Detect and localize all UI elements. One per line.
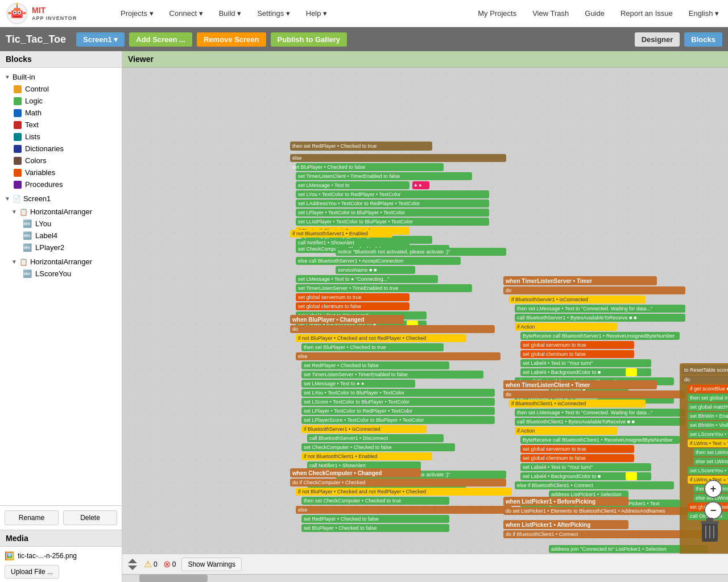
main-layout: Blocks ▼ Built-in Control Logic bbox=[0, 51, 728, 582]
lyou-item[interactable]: 🔤 LYou bbox=[18, 218, 122, 230]
svg-text:set BlnWin • Visible to true: set BlnWin • Visible to true bbox=[690, 422, 728, 428]
svg-rect-238 bbox=[706, 518, 713, 522]
svg-text:set LScore • TextColor to BluP: set LScore • TextColor to BluPlayer • Te… bbox=[304, 399, 410, 405]
viewer-canvas[interactable]: then set RedPlayer • Checked to true els… bbox=[122, 68, 728, 554]
media-content: 🖼️ tic-tac-...-n-256.png Upload File ... bbox=[0, 547, 122, 582]
svg-text:notice "Bluetooth not activate: notice "Bluetooth not activated, please … bbox=[338, 249, 450, 255]
lyou-label: LYou bbox=[35, 219, 51, 228]
upload-file-button[interactable]: Upload File ... bbox=[5, 565, 59, 579]
svg-text:set LPlayer • TextColor to Blu: set LPlayer • TextColor to BluPlayer • T… bbox=[298, 210, 405, 215]
block-item-control[interactable]: Control bbox=[9, 83, 122, 95]
show-warnings-button[interactable]: Show Warnings bbox=[181, 558, 242, 571]
builtin-section-header[interactable]: ▼ Built-in bbox=[0, 71, 122, 83]
svg-text:then set CheckComputer • Check: then set CheckComputer • Checked to true bbox=[304, 498, 401, 504]
screen1-children: ▼ 📋 HorizontalArranger 🔤 LYou 🔤 La bbox=[0, 205, 122, 281]
zoom-controls: + − bbox=[704, 480, 722, 519]
ha1-folder-icon: 📋 bbox=[19, 208, 28, 216]
svg-point-9 bbox=[16, 3, 18, 5]
block-item-math[interactable]: Math bbox=[9, 107, 122, 119]
svg-text:set global clientnum to false: set global clientnum to false bbox=[298, 304, 361, 309]
svg-marker-243 bbox=[128, 566, 137, 570]
svg-text:set LMessage • Text to ● "Conn: set LMessage • Text to ● "Connecting..." bbox=[298, 276, 389, 282]
ha1-header[interactable]: ▼ 📋 HorizontalArranger bbox=[9, 206, 122, 218]
rename-button[interactable]: Rename bbox=[5, 510, 59, 525]
svg-text:then set BluPlayer • Checked t: then set BluPlayer • Checked to true bbox=[304, 344, 386, 350]
block-item-dictionaries[interactable]: Dictionaries bbox=[9, 143, 122, 155]
remove-screen-button[interactable]: Remove Screen bbox=[197, 32, 266, 47]
screen1-button[interactable]: Screen1 ▾ bbox=[76, 32, 125, 47]
nav-my-projects[interactable]: My Projects bbox=[474, 7, 520, 20]
svg-text:set LYou • TextColor to RedPla: set LYou • TextColor to RedPlayer • Text… bbox=[298, 192, 401, 197]
lyou-icon: 🔤 bbox=[23, 219, 32, 228]
sidebar-buttons: Rename Delete bbox=[0, 505, 122, 530]
builtin-children: Control Logic Math Text bbox=[0, 83, 122, 190]
math-color bbox=[14, 109, 22, 117]
block-item-lists[interactable]: Lists bbox=[9, 131, 122, 143]
designer-button[interactable]: Designer bbox=[635, 32, 680, 47]
svg-text:do if CheckComputer • Checked: do if CheckComputer • Checked bbox=[292, 480, 365, 485]
svg-text:if not BluetoothClient1 • Enab: if not BluetoothClient1 • Enabled bbox=[304, 454, 377, 459]
zoom-in-button[interactable]: + bbox=[704, 480, 722, 498]
nav-help[interactable]: Help ▾ bbox=[303, 7, 330, 20]
svg-text:call BluetoothClient1 • BytesA: call BluetoothClient1 • BytesAvailableTo… bbox=[517, 419, 635, 425]
block-item-logic[interactable]: Logic bbox=[9, 95, 122, 107]
blocks-header: Blocks bbox=[0, 51, 122, 68]
lplayer2-icon: 🔤 bbox=[23, 243, 32, 252]
screen1-toggle-icon: ▼ bbox=[5, 196, 10, 202]
publish-to-gallery-button[interactable]: Publish to Gallery bbox=[271, 32, 348, 47]
svg-text:else: else bbox=[298, 507, 308, 513]
nav-build[interactable]: Build ▾ bbox=[216, 7, 245, 20]
nav-language[interactable]: English ▾ bbox=[685, 7, 722, 20]
svg-text:set global servernum to true: set global servernum to true bbox=[298, 294, 362, 300]
block-item-procedures[interactable]: Procedures bbox=[9, 178, 122, 190]
block-item-colors[interactable]: Colors bbox=[9, 155, 122, 167]
svg-text:else: else bbox=[298, 354, 308, 359]
nav-settings[interactable]: Settings ▾ bbox=[254, 7, 293, 20]
ha2-header[interactable]: ▼ 📋 HorizontalArranger bbox=[9, 256, 122, 268]
svg-text:else if BluetoothClient1 • Con: else if BluetoothClient1 • Connect bbox=[517, 483, 593, 488]
blocks-button[interactable]: Blocks bbox=[684, 32, 722, 47]
logic-label: Logic bbox=[25, 97, 43, 105]
svg-text:call BluetoothServer1 • BytesA: call BluetoothServer1 • BytesAvailableTo… bbox=[517, 315, 636, 321]
svg-text:set LAddressYou • TextColor to: set LAddressYou • TextColor to RedPlayer… bbox=[298, 201, 420, 206]
scrollbar-thumb[interactable] bbox=[139, 575, 208, 582]
blocks-tree: ▼ Built-in Control Logic Math bbox=[0, 68, 122, 505]
ha2-children: 🔤 LScoreYou bbox=[9, 268, 122, 280]
svg-rect-66 bbox=[290, 325, 495, 333]
horizontal-scrollbar[interactable] bbox=[122, 574, 728, 582]
nav-report-issue[interactable]: Report an Issue bbox=[617, 7, 676, 20]
block-item-text[interactable]: Text bbox=[9, 119, 122, 131]
block-item-variables[interactable]: Variables bbox=[9, 167, 122, 178]
lscoreyou-item[interactable]: 🔤 LScoreYou bbox=[18, 268, 122, 280]
add-screen-button[interactable]: Add Screen ... bbox=[129, 32, 192, 47]
svg-text:when TimerListenClient • Timer: when TimerListenClient • Timer bbox=[505, 382, 590, 388]
nav-guide[interactable]: Guide bbox=[581, 7, 608, 20]
trash-icon[interactable] bbox=[698, 517, 721, 548]
svg-text:else call BluetoothServer1 • A: else call BluetoothServer1 • AcceptConne… bbox=[298, 258, 403, 264]
nav-view-trash[interactable]: View Trash bbox=[529, 7, 572, 20]
svg-rect-72 bbox=[296, 352, 500, 360]
nav-projects[interactable]: Projects ▾ bbox=[117, 7, 157, 20]
media-file-item: 🖼️ tic-tac-...-n-256.png bbox=[5, 550, 117, 562]
media-file-icon: 🖼️ bbox=[5, 551, 14, 560]
nav-connect[interactable]: Connect ▾ bbox=[166, 7, 206, 20]
svg-text:do: do bbox=[684, 377, 690, 383]
control-label: Control bbox=[25, 85, 49, 93]
svg-text:else: else bbox=[292, 155, 302, 161]
svg-rect-110 bbox=[296, 506, 512, 514]
lplayer2-item[interactable]: 🔤 LPlayer2 bbox=[18, 242, 122, 253]
ha1-toggle-icon: ▼ bbox=[11, 209, 17, 215]
svg-text:set global clientnum to false: set global clientnum to false bbox=[523, 351, 586, 357]
screen1-header[interactable]: ▼ 📄 Screen1 bbox=[0, 193, 122, 205]
svg-text:else set LWins • Text to "Oops: else set LWins • Text to "Oops You lose" bbox=[696, 459, 728, 464]
svg-text:set BluPlayer • Checked to fal: set BluPlayer • Checked to false bbox=[304, 525, 377, 531]
blocks-workspace[interactable]: then set RedPlayer • Checked to true els… bbox=[122, 68, 728, 554]
svg-text:then set LWins • TextColor to : then set LWins • TextColor to YouWin bbox=[696, 450, 728, 455]
svg-text:do: do bbox=[506, 392, 511, 397]
lscoreyou-label: LScoreYou bbox=[35, 269, 71, 278]
delete-button[interactable]: Delete bbox=[63, 510, 117, 525]
svg-rect-11 bbox=[23, 12, 26, 14]
label4-item[interactable]: 🔤 Label4 bbox=[18, 230, 122, 242]
svg-text:set BluPlayer • Checked to fal: set BluPlayer • Checked to false bbox=[292, 164, 365, 170]
top-navbar: MIT APP INVENTOR Projects ▾ Connect ▾ Bu… bbox=[0, 0, 728, 27]
